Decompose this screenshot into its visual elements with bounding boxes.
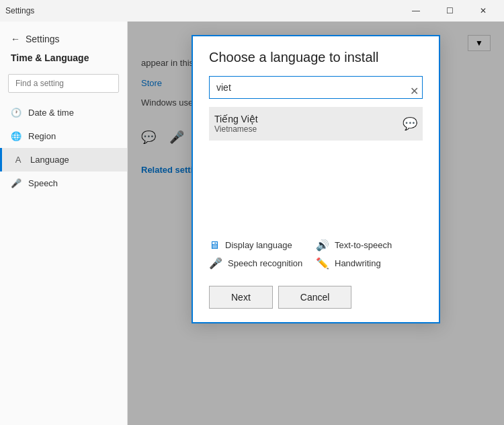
sidebar-back-button[interactable]: ← Settings — [0, 28, 127, 50]
handwriting-icon: ✏️ — [316, 257, 329, 270]
minimize-button[interactable]: — — [401, 0, 431, 22]
window-bar: Settings — ☐ ✕ — [0, 0, 504, 22]
speech-recognition-label: Speech recognition — [228, 258, 302, 268]
dialog-footer: Next Cancel — [193, 275, 439, 322]
nav-label-speech: Speech — [28, 178, 58, 188]
lang-chat-icon: 💬 — [403, 116, 417, 131]
maximize-button[interactable]: ☐ — [434, 0, 465, 22]
sidebar-item-speech[interactable]: 🎤 Speech — [0, 171, 127, 195]
feature-display-language: 🖥 Display language — [209, 239, 316, 252]
sidebar-item-region[interactable]: 🌐 Region — [0, 124, 127, 148]
app-layout: ← Settings Time & Language 🕐 Date & time… — [0, 22, 504, 425]
features-section: 🖥 Display language 🔊 Text-to-speech 🎤 Sp… — [193, 228, 439, 275]
text-to-speech-label: Text-to-speech — [335, 240, 392, 250]
feature-handwriting: ✏️ Handwriting — [316, 257, 423, 270]
display-language-icon: 🖥 — [209, 239, 220, 252]
lang-name: Tiếng Việt — [214, 114, 258, 124]
lang-info: Tiếng Việt Vietnamese — [214, 114, 258, 134]
nav-label-language: Language — [30, 155, 69, 165]
dialog-title: Choose a language to install — [193, 36, 439, 76]
language-icon: A — [13, 155, 24, 165]
dialog-search-row: ✕ — [193, 76, 439, 107]
sidebar-back-label: Settings — [26, 34, 60, 44]
nav-label-date-time: Date & time — [28, 108, 74, 118]
globe-icon: 🌐 — [11, 131, 22, 141]
sidebar-item-language[interactable]: A Language — [0, 148, 127, 171]
handwriting-label: Handwriting — [335, 258, 381, 268]
lang-sub: Vietnamese — [214, 124, 258, 134]
display-language-label: Display language — [225, 240, 292, 250]
close-button[interactable]: ✕ — [468, 0, 499, 22]
main-content: ▼ appear in this Store Windows uses topi… — [128, 22, 504, 425]
cancel-button[interactable]: Cancel — [278, 286, 352, 309]
next-button[interactable]: Next — [209, 286, 273, 309]
language-results-list: Tiếng Việt Vietnamese 💬 — [209, 107, 423, 228]
feature-text-to-speech: 🔊 Text-to-speech — [316, 239, 423, 252]
window-title: Settings — [5, 6, 34, 15]
features-grid: 🖥 Display language 🔊 Text-to-speech 🎤 Sp… — [209, 239, 423, 270]
window-controls: — ☐ ✕ — [401, 0, 499, 22]
microphone-icon: 🎤 — [11, 178, 22, 188]
clock-icon: 🕐 — [11, 108, 22, 118]
settings-title: Settings — [5, 6, 34, 15]
sidebar-search-container — [8, 74, 119, 93]
language-result-item[interactable]: Tiếng Việt Vietnamese 💬 — [209, 107, 423, 141]
clear-search-button[interactable]: ✕ — [410, 86, 419, 97]
language-search-input[interactable] — [209, 76, 423, 99]
feature-speech-recognition: 🎤 Speech recognition — [209, 257, 316, 270]
sidebar-item-date-time[interactable]: 🕐 Date & time — [0, 101, 127, 124]
text-to-speech-icon: 🔊 — [316, 239, 329, 252]
back-arrow-icon: ← — [11, 34, 20, 44]
speech-recognition-icon: 🎤 — [209, 257, 222, 270]
choose-language-dialog: Choose a language to install ✕ Tiếng Việ… — [192, 35, 440, 323]
find-setting-input[interactable] — [8, 74, 119, 93]
dialog-overlay: Choose a language to install ✕ Tiếng Việ… — [128, 22, 504, 425]
nav-label-region: Region — [28, 131, 56, 141]
sidebar-section-title: Time & Language — [0, 50, 127, 71]
sidebar: ← Settings Time & Language 🕐 Date & time… — [0, 22, 128, 425]
